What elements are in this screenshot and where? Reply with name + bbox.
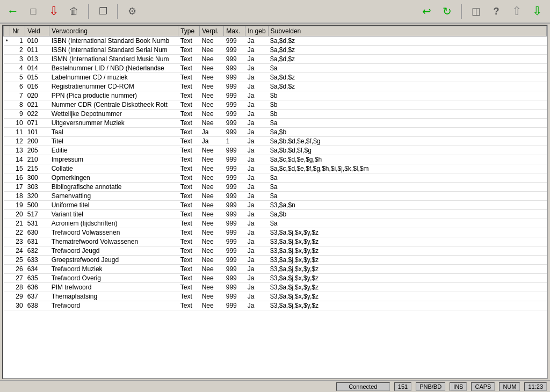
table-row[interactable]: 2011ISSN (International Standard Serial … xyxy=(4,46,547,55)
table-row[interactable]: 9022Wettelijke DepotnummerTextNee999Ja$b xyxy=(4,110,547,119)
table-row[interactable]: 5015Labelnummer CD / muziekTextNee999Ja$… xyxy=(4,73,547,82)
table-row[interactable]: 13205EditieTextNee999Ja$a,$b,$d,$f,$g xyxy=(4,146,547,155)
row-nr: 28 xyxy=(10,283,25,292)
table-row[interactable]: 4014Bestelnummer LID / NBD (NederlandseT… xyxy=(4,64,547,73)
row-veld: 500 xyxy=(25,201,49,210)
row-verwoording: Thematrefwoord Volwassenen xyxy=(49,237,178,246)
row-max: 999 xyxy=(224,237,245,246)
row-nr: 29 xyxy=(10,292,25,301)
row-verwoording: Bestelnummer LID / NBD (Nederlandse xyxy=(49,64,178,73)
row-indicator xyxy=(4,119,10,128)
gear-icon: ⚙ xyxy=(128,5,136,17)
down-button[interactable]: ⇩ xyxy=(529,3,546,20)
table-row[interactable]: 14210ImpressumTextNee999Ja$a,$c,$d,$e,$g… xyxy=(4,155,547,164)
row-subvelden: $a,$d,$z xyxy=(268,73,546,82)
new-button[interactable]: □ xyxy=(25,3,42,20)
table-row[interactable]: 26634Trefwoord MuziekTextNee999Ja$3,$a,$… xyxy=(4,265,547,274)
refresh-icon: ↻ xyxy=(443,5,452,18)
up-button[interactable]: ⇧ xyxy=(508,3,525,20)
table-row[interactable]: 17303Bibliografische annotatieTextNee999… xyxy=(4,183,547,192)
row-type: Text xyxy=(178,37,200,46)
table-row[interactable]: 7020PPN (Pica productie nummer)TextNee99… xyxy=(4,91,547,100)
table-row[interactable]: •1010ISBN (International Standard Book N… xyxy=(4,37,547,46)
row-ingebouwd: Ja xyxy=(245,37,268,46)
separator-2 xyxy=(117,4,118,19)
row-verplicht: Nee xyxy=(200,173,224,183)
row-verplicht: Nee xyxy=(200,265,224,274)
copy-button[interactable]: ❐ xyxy=(95,3,112,20)
row-verplicht: Nee xyxy=(200,201,224,210)
row-verplicht: Nee xyxy=(200,146,224,155)
table-row[interactable]: 30638TrefwoordTextNee999Ja$3,$a,$j,$x,$y… xyxy=(4,301,547,310)
delete-button[interactable]: 🗑 xyxy=(66,3,83,20)
row-veld: 013 xyxy=(25,55,49,64)
row-type: Text xyxy=(178,219,200,228)
row-type: Text xyxy=(178,100,200,110)
table-row[interactable]: 27635Trefwoord OverigTextNee999Ja$3,$a,$… xyxy=(4,274,547,283)
table-row[interactable]: 23631Thematrefwoord VolwassenenTextNee99… xyxy=(4,237,547,246)
row-veld: 022 xyxy=(25,110,49,119)
table-row[interactable]: 12200TitelTextJa1Ja$a,$b,$d,$e,$f,$g xyxy=(4,137,547,146)
row-verwoording: Collatie xyxy=(49,164,178,173)
table-wrapper[interactable]: Nr Veld Verwoording Type Verpl. Max. In … xyxy=(3,26,547,378)
row-veld: 635 xyxy=(25,274,49,283)
row-veld: 630 xyxy=(25,228,49,237)
separator-3 xyxy=(461,4,462,19)
save-button[interactable]: ⇩ xyxy=(45,3,62,20)
table-row[interactable]: 10071Uitgeversnummer MuziekTextNee999Ja$… xyxy=(4,119,547,128)
table-row[interactable]: 20517Variant titelTextNee999Ja$a,$b xyxy=(4,210,547,219)
window-button[interactable]: ◫ xyxy=(467,3,484,20)
row-nr: 19 xyxy=(10,201,25,210)
up-icon: ⇧ xyxy=(512,4,522,18)
table-row[interactable]: 16300OpmerkingenTextNee999Ja$a xyxy=(4,173,547,183)
row-type: Text xyxy=(178,164,200,173)
help-button[interactable]: ? xyxy=(488,3,505,20)
row-verplicht: Nee xyxy=(200,183,224,192)
col-verpl-header: Verpl. xyxy=(200,26,224,37)
table-row[interactable]: 25633Groepstrefwoord JeugdTextNee999Ja$3… xyxy=(4,256,547,265)
row-ingebouwd: Ja xyxy=(245,100,268,110)
row-type: Text xyxy=(178,55,200,64)
settings-button[interactable]: ⚙ xyxy=(124,3,141,20)
table-row[interactable]: 19500Uniforme titelTextNee999Ja$3,$a,$n xyxy=(4,201,547,210)
row-subvelden: $a,$c,$d,$e,$f,$g,$h,$i,$j,$k,$l,$m xyxy=(268,164,546,173)
row-type: Text xyxy=(178,128,200,137)
row-verplicht: Nee xyxy=(200,274,224,283)
table-row[interactable]: 21531Acroniem (tijdschriften)TextNee999J… xyxy=(4,219,547,228)
row-type: Text xyxy=(178,283,200,292)
row-verwoording: Nummer CDR (Centrale Diskotheek Rott xyxy=(49,100,178,110)
row-max: 1 xyxy=(224,137,245,146)
row-max: 999 xyxy=(224,91,245,100)
row-indicator xyxy=(4,246,10,256)
table-row[interactable]: 28636PIM trefwoordTextNee999Ja$3,$a,$j,$… xyxy=(4,283,547,292)
undo-button[interactable]: ↩ xyxy=(418,3,435,20)
table-row[interactable]: 29637ThemaplaatsingTextNee999Ja$3,$a,$j,… xyxy=(4,292,547,301)
row-max: 999 xyxy=(224,82,245,91)
table-row[interactable]: 6016Registratienummer CD-ROMTextNee999Ja… xyxy=(4,82,547,91)
refresh-button[interactable]: ↻ xyxy=(438,3,455,20)
row-ingebouwd: Ja xyxy=(245,192,268,201)
row-subvelden: $3,$a,$j,$x,$y,$z xyxy=(268,228,546,237)
row-verplicht: Nee xyxy=(200,256,224,265)
table-row[interactable]: 22630Trefwoord VolwassenenTextNee999Ja$3… xyxy=(4,228,547,237)
record-count: 151 xyxy=(394,382,411,391)
row-ingebouwd: Ja xyxy=(245,274,268,283)
row-verwoording: Variant titel xyxy=(49,210,178,219)
row-type: Text xyxy=(178,301,200,310)
row-veld: 637 xyxy=(25,292,49,301)
row-nr: 26 xyxy=(10,265,25,274)
table-row[interactable]: 8021Nummer CDR (Centrale Diskotheek Rott… xyxy=(4,100,547,110)
row-veld: 631 xyxy=(25,237,49,246)
row-ingebouwd: Ja xyxy=(245,292,268,301)
row-max: 999 xyxy=(224,256,245,265)
table-row[interactable]: 3013ISMN (International Standard Music N… xyxy=(4,55,547,64)
table-row[interactable]: 11101TaalTextJa999Ja$a,$b xyxy=(4,128,547,137)
table-row[interactable]: 15215CollatieTextNee999Ja$a,$c,$d,$e,$f,… xyxy=(4,164,547,173)
table-row[interactable]: 24632Trefwoord JeugdTextNee999Ja$3,$a,$j… xyxy=(4,246,547,256)
table-row[interactable]: 18320SamenvattingTextNee999Ja$a xyxy=(4,192,547,201)
row-verplicht: Nee xyxy=(200,237,224,246)
row-max: 999 xyxy=(224,173,245,183)
table-body: •1010ISBN (International Standard Book N… xyxy=(4,37,547,310)
back-button[interactable]: ← xyxy=(4,3,21,20)
row-subvelden: $a,$b xyxy=(268,128,546,137)
